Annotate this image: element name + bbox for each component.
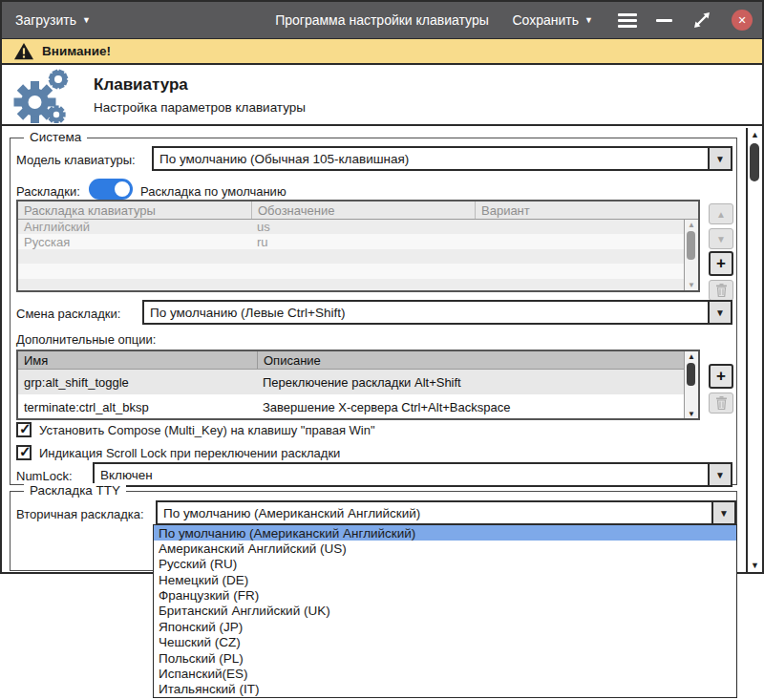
table-row-empty bbox=[18, 279, 684, 290]
system-groupbox: Система Модель клавиатуры: По умолчанию … bbox=[10, 138, 737, 485]
cell-code: ru bbox=[251, 234, 475, 248]
dropdown-arrow-icon[interactable]: ▼ bbox=[708, 302, 731, 323]
layouts-table-scrollbar[interactable]: ▲ ▼ bbox=[684, 220, 698, 290]
scroll-down-icon[interactable]: ▼ bbox=[685, 281, 698, 289]
move-layout-down-button[interactable]: ▼ bbox=[709, 228, 733, 249]
dropdown-option[interactable]: Американский Английский (US) bbox=[154, 541, 736, 556]
add-layout-button[interactable]: + bbox=[709, 251, 733, 276]
trash-icon bbox=[715, 284, 728, 297]
table-row[interactable]: terminate:ctrl_alt_bksp Завершение X-сер… bbox=[18, 394, 684, 419]
dropdown-option[interactable]: Польский (PL) bbox=[154, 650, 736, 666]
main-content: ▲ ▼ Система Модель клавиатуры: По умолча… bbox=[2, 128, 762, 572]
save-menu-button[interactable]: Сохранить ▼ bbox=[507, 9, 600, 32]
move-layout-up-button[interactable]: ▲ bbox=[709, 203, 733, 224]
column-header[interactable]: Имя bbox=[18, 351, 257, 369]
scrollbar-thumb[interactable] bbox=[687, 363, 695, 386]
layout-switch-value: По умолчанию (Левые Ctrl+Shift) bbox=[144, 302, 708, 323]
layouts-table-header: Раскладка клавиатуры Обозначение Вариант bbox=[18, 202, 698, 220]
plus-icon: + bbox=[716, 254, 726, 273]
system-group-title: Система bbox=[24, 130, 87, 144]
numlock-value: Включен bbox=[95, 464, 708, 485]
expand-button[interactable] bbox=[691, 10, 712, 31]
tty-group-title: Раскладка TTY bbox=[24, 483, 126, 498]
checkbox-checked-icon[interactable]: ✓ bbox=[16, 422, 32, 437]
dropdown-option[interactable]: Чешский (CZ) bbox=[154, 635, 736, 650]
scroll-up-icon[interactable]: ▲ bbox=[685, 352, 698, 361]
cell-code: us bbox=[251, 220, 475, 234]
table-row[interactable]: grp:alt_shift_toggle Переключение раскла… bbox=[18, 370, 684, 394]
chevron-down-icon: ▼ bbox=[82, 15, 91, 25]
dropdown-option[interactable]: Японский (JP) bbox=[154, 619, 736, 634]
dropdown-option[interactable]: Британский Английский (UK) bbox=[154, 604, 736, 619]
close-icon: ✕ bbox=[737, 14, 746, 27]
column-header[interactable]: Обозначение bbox=[251, 202, 475, 219]
keyboard-model-value: По умолчанию (Обычная 105-клавишная) bbox=[154, 148, 708, 169]
scroll-down-icon[interactable]: ▼ bbox=[685, 410, 698, 418]
app-header: Клавиатура Настройка параметров клавиату… bbox=[2, 65, 762, 126]
secondary-layout-dropdown-list: По умолчанию (Американский Английский) А… bbox=[153, 524, 737, 698]
dropdown-option[interactable]: Русский (RU) bbox=[154, 557, 736, 572]
load-menu-button[interactable]: Загрузить ▼ bbox=[10, 9, 96, 32]
column-header[interactable]: Вариант bbox=[475, 202, 698, 219]
compose-checkbox-label: Установить Compose (Multi_Key) на клавиш… bbox=[39, 423, 375, 437]
dropdown-option-selected[interactable]: По умолчанию (Американский Английский) bbox=[154, 525, 736, 541]
compose-checkbox[interactable]: ✓ Установить Compose (Multi_Key) на клав… bbox=[16, 422, 375, 437]
check-icon: ✓ bbox=[19, 420, 32, 437]
cell-layout: Английский bbox=[18, 220, 251, 234]
minimize-button[interactable] bbox=[656, 19, 672, 22]
toggle-knob bbox=[113, 180, 132, 199]
layouts-toggle[interactable] bbox=[89, 179, 133, 200]
dropdown-option[interactable]: Немецкий (DE) bbox=[154, 572, 736, 587]
scroll-up-icon[interactable]: ▲ bbox=[748, 130, 762, 139]
delete-option-button[interactable] bbox=[709, 392, 733, 414]
options-table-header: Имя Описание bbox=[18, 351, 684, 370]
column-header[interactable]: Описание bbox=[257, 351, 684, 369]
dropdown-option[interactable]: Французкий (FR) bbox=[154, 587, 736, 603]
column-header[interactable]: Раскладка клавиатуры bbox=[18, 202, 251, 219]
layouts-table: Раскладка клавиатуры Обозначение Вариант… bbox=[16, 200, 700, 292]
dropdown-arrow-icon[interactable]: ▼ bbox=[708, 464, 731, 485]
main-scrollbar-thumb[interactable] bbox=[750, 143, 759, 181]
keyboard-model-select[interactable]: По умолчанию (Обычная 105-клавишная) ▼ bbox=[152, 146, 732, 171]
hamburger-menu-icon[interactable] bbox=[618, 13, 637, 28]
dropdown-option[interactable]: Итальянский (IT) bbox=[154, 682, 736, 697]
secondary-layout-value: По умолчанию (Американский Английский) bbox=[158, 502, 711, 523]
page-title: Клавиатура bbox=[94, 75, 306, 95]
cell-option-desc: Переключение раскладки Alt+Shift bbox=[257, 370, 684, 394]
cell-option-desc: Завершение X-сервера Ctrl+Alt+Backspace bbox=[257, 394, 684, 419]
keyboard-model-label: Модель клавиатуры: bbox=[16, 153, 136, 167]
save-menu-label: Сохранить bbox=[513, 12, 580, 28]
table-row-empty bbox=[18, 249, 684, 264]
cell-option-name: grp:alt_shift_toggle bbox=[18, 370, 257, 394]
layouts-toggle-label: Раскладка по умолчанию bbox=[140, 184, 286, 199]
cell-layout: Русская bbox=[18, 234, 251, 248]
layout-switch-select[interactable]: По умолчанию (Левые Ctrl+Shift) ▼ bbox=[142, 300, 732, 325]
numlock-label: NumLock: bbox=[16, 469, 73, 483]
load-menu-label: Загрузить bbox=[15, 12, 76, 28]
secondary-layout-label: Вторичная раскладка: bbox=[16, 507, 144, 521]
warning-bar: Внимание! bbox=[2, 38, 762, 65]
cell-variant bbox=[475, 234, 684, 248]
secondary-layout-select[interactable]: По умолчанию (Американский Английский) ▼ bbox=[156, 500, 736, 525]
scrolllock-checkbox[interactable]: ✓ Индикация Scroll Lock при переключении… bbox=[16, 445, 340, 460]
dropdown-arrow-icon[interactable]: ▼ bbox=[711, 502, 734, 523]
dropdown-option[interactable]: Испанский(ES) bbox=[154, 666, 736, 681]
table-row-empty bbox=[18, 264, 684, 278]
table-row[interactable]: Русская ru bbox=[18, 234, 684, 248]
app-window: Загрузить ▼ Программа настройки клавиату… bbox=[0, 0, 764, 574]
checkbox-checked-icon[interactable]: ✓ bbox=[16, 445, 32, 460]
numlock-select[interactable]: Включен ▼ bbox=[93, 462, 732, 487]
delete-layout-button[interactable] bbox=[709, 280, 733, 301]
check-icon: ✓ bbox=[19, 443, 32, 460]
main-scrollbar[interactable]: ▲ ▼ bbox=[746, 128, 762, 572]
options-table-scrollbar[interactable]: ▲ ▼ bbox=[684, 351, 698, 419]
scroll-up-icon[interactable]: ▲ bbox=[685, 221, 698, 229]
trash-icon bbox=[715, 396, 728, 410]
scroll-down-icon[interactable]: ▼ bbox=[748, 561, 762, 570]
dropdown-arrow-icon[interactable]: ▼ bbox=[708, 148, 731, 169]
add-option-button[interactable]: + bbox=[709, 364, 733, 389]
scrollbar-thumb[interactable] bbox=[687, 231, 695, 260]
expand-arrows-icon bbox=[691, 10, 712, 31]
close-button[interactable]: ✕ bbox=[732, 10, 753, 31]
table-row[interactable]: Английский us bbox=[18, 220, 684, 234]
